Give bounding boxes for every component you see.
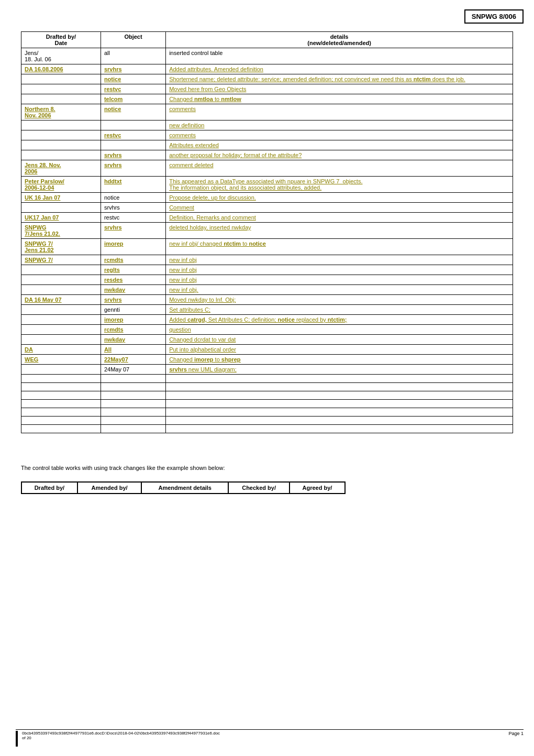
object-link[interactable]: srvhrs (104, 297, 122, 303)
col-header-details: details(new/deleted/amended) (166, 32, 513, 48)
object-link[interactable]: rcmdts (104, 257, 124, 263)
details-link[interactable]: new inf obj. (169, 287, 198, 293)
details-link[interactable]: Put into alphabetical order (169, 346, 236, 353)
object-link[interactable]: srvhrs (104, 152, 122, 158)
cell-details: new inf obj (166, 255, 513, 265)
object-link[interactable]: srvhrs (104, 66, 122, 72)
details-link[interactable]: new inf obj (169, 267, 197, 273)
object-link[interactable]: restvc (104, 86, 121, 92)
object-link[interactable]: rcmdts (104, 326, 124, 333)
drafted-link[interactable]: Jens 28. Nov.2006 (25, 162, 61, 174)
cell-object: hddtxt (101, 177, 165, 193)
details-link[interactable]: Definition, Remarks and comment (169, 214, 256, 221)
cell-object: nwkday (101, 285, 165, 295)
details-link[interactable]: comment deleted (169, 162, 213, 168)
details-link[interactable]: new inf obj (169, 277, 197, 283)
cell-object: reglts (101, 265, 165, 275)
details-link[interactable]: This appeared as a DataType associated w… (169, 178, 362, 191)
cell-details: comments (166, 104, 513, 120)
details-link[interactable]: comments (169, 106, 196, 112)
object-link[interactable]: resdes (104, 277, 123, 283)
drafted-link[interactable]: Northern 8.Nov. 2006 (25, 106, 55, 118)
bottom-col-agreed: Agreed by/ (290, 482, 345, 494)
details-link[interactable]: Set attributes C; (169, 306, 210, 313)
details-link[interactable]: deleted holday, inserted nwkday (169, 224, 251, 231)
object-link[interactable]: telcom (104, 96, 123, 102)
details-link[interactable]: new inf obj (169, 257, 197, 263)
object-link[interactable]: All (104, 346, 112, 353)
details-link[interactable]: new inf obj/ changed ntctim to notice (169, 240, 266, 247)
details-link[interactable]: comments (169, 132, 196, 138)
object-link[interactable]: notice (104, 76, 121, 82)
cell-drafted: DA (21, 345, 101, 355)
object-link[interactable]: imorep (104, 240, 124, 247)
footer-filepath: 0bcb43953397493c938f2f44977931e6.docD:\D… (22, 731, 508, 736)
cell-details: Put into alphabetical order (166, 345, 513, 355)
table-row: DA 16.08.2006 srvhrs Added attributes. A… (21, 64, 513, 74)
col-header-object: Object (101, 32, 165, 48)
drafted-link[interactable]: WEG (25, 356, 38, 363)
table-row: restvc Moved here from Geo Objects (21, 84, 513, 94)
details-link[interactable]: Propose delete, up for discussion. (169, 194, 256, 201)
cell-drafted (21, 120, 101, 130)
drafted-link[interactable]: Peter Parslow/2006-12-04 (25, 178, 64, 191)
bottom-col-drafted: Drafted by/ (21, 482, 77, 494)
details-link[interactable]: Changed dcrdat to var dat (169, 336, 236, 343)
cell-details: new inf obj. (166, 285, 513, 295)
object-link[interactable]: notice (104, 106, 121, 112)
object-link[interactable]: restvc (104, 132, 121, 138)
table-row: telcom Changed nmtloa to nmtlow (21, 94, 513, 104)
table-row-empty (21, 417, 513, 425)
drafted-link[interactable]: SNPWG 7/ (25, 257, 53, 263)
object-link[interactable]: reglts (104, 267, 120, 273)
details-link[interactable]: Changed imorep to shprep (169, 356, 240, 363)
object-link[interactable]: srvhrs (104, 162, 122, 168)
cell-details: srvhrs new UML diagram; (166, 365, 513, 375)
drafted-link[interactable]: SNPWG7/Jens 21.02. (25, 224, 60, 237)
cell-drafted (21, 74, 101, 84)
table-row-empty (21, 391, 513, 400)
drafted-link[interactable]: UK17 Jan 07 (25, 214, 59, 221)
details-link[interactable]: Added catrgd, Set Attributes C; definiti… (169, 316, 347, 323)
object-link[interactable]: srvhrs (104, 224, 122, 231)
cell-drafted: Peter Parslow/2006-12-04 (21, 177, 101, 193)
cell-object (101, 140, 165, 150)
object-link[interactable]: hddtxt (104, 178, 122, 184)
details-link[interactable]: another proposal for holiday; format of … (169, 152, 302, 158)
object-link[interactable]: nwkday (104, 336, 125, 343)
cell-object: All (101, 345, 165, 355)
table-row: nwkday Changed dcrdat to var dat (21, 335, 513, 345)
cell-drafted (21, 140, 101, 150)
cell-object: notice (101, 74, 165, 84)
cell-drafted: SNPWG 7/ (21, 255, 101, 265)
drafted-link[interactable]: DA (25, 346, 33, 353)
details-link[interactable]: Comment (169, 204, 194, 211)
object-link[interactable]: imorep (104, 316, 124, 323)
details-link[interactable]: Moved here from Geo Objects (169, 86, 246, 92)
details-link[interactable]: Added attributes. Amended definition (169, 66, 263, 72)
drafted-link[interactable]: SNPWG 7/Jens 21.02 (25, 240, 54, 253)
cell-object: rcmdts (101, 255, 165, 265)
object-link[interactable]: nwkday (104, 287, 125, 293)
cell-object: 22May07 (101, 355, 165, 365)
drafted-link[interactable]: DA 16.08.2006 (25, 66, 63, 72)
bottom-col-checked: Checked by/ (228, 482, 290, 494)
details-link[interactable]: srvhrs new UML diagram; (169, 366, 237, 372)
table-row-empty (21, 425, 513, 433)
details-link[interactable]: Moved nwkday to Inf. Obj; (169, 297, 236, 303)
details-link[interactable]: Attributes extended (169, 142, 219, 148)
bottom-table: Drafted by/ Amended by/ Amendment detail… (21, 481, 346, 494)
cell-details: new inf obj (166, 265, 513, 275)
drafted-link[interactable]: DA 16 May 07 (25, 297, 62, 303)
table-row: Northern 8.Nov. 2006 notice comments (21, 104, 513, 120)
details-link[interactable]: Shorterned name; deleted attribute: serv… (169, 76, 465, 82)
cell-object: imorep (101, 239, 165, 255)
drafted-link[interactable]: UK 16 Jan 07 (25, 194, 60, 201)
bottom-col-amended-by: Amended by/ (77, 482, 141, 494)
object-link[interactable]: 22May07 (104, 356, 128, 363)
details-link[interactable]: question (169, 326, 191, 333)
details-link[interactable]: Changed nmtloa to nmtlow (169, 96, 241, 102)
cell-drafted: SNPWG7/Jens 21.02. (21, 223, 101, 239)
table-row: notice Shorterned name; deleted attribut… (21, 74, 513, 84)
details-link[interactable]: new definition (169, 122, 204, 128)
